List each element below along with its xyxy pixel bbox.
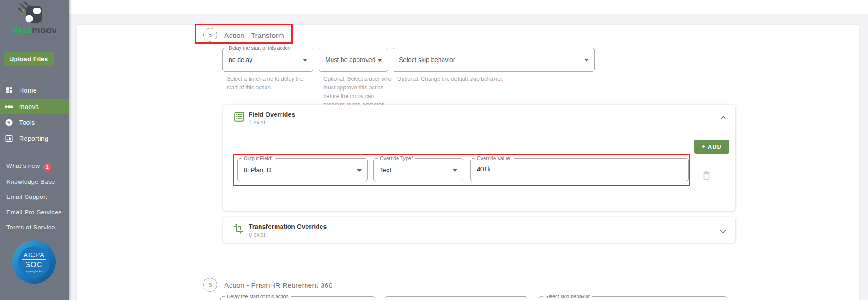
skip-behavior-select[interactable]: Select skip behavior: [393, 48, 595, 72]
approver-helper-text: Optional: Select a user who must approve…: [323, 75, 395, 109]
sidebar-link-knowledge-base[interactable]: Knowledge Base: [6, 178, 55, 185]
top-bar: TV: [69, 0, 868, 14]
soc-url-label: aicpa.org/soc4so: [26, 270, 43, 273]
sidebar-link-email-support[interactable]: Email Support: [6, 193, 47, 200]
sidebar-link-terms-of-service[interactable]: Terms of Service: [6, 224, 55, 231]
sidebar-item-label: Home: [19, 87, 37, 94]
sidebar-item-tools[interactable]: Tools: [0, 115, 69, 129]
step6-number: 6: [209, 281, 212, 289]
output-field-label: Output Field*: [242, 155, 275, 161]
whats-new-count-badge: 1: [43, 163, 51, 171]
home-dashboard-icon: [5, 86, 13, 94]
aicpa-soc-badge: AICPA SOC aicpa.org/soc4so: [12, 240, 56, 284]
add-override-button[interactable]: + ADD: [694, 140, 729, 154]
sidebar-item-reporting[interactable]: Reporting: [0, 131, 69, 145]
soc-label: SOC: [25, 261, 43, 269]
dropdown-arrow-icon: [584, 59, 589, 62]
output-field-value: 8: Plan ID: [244, 166, 271, 174]
override-value-field: Override Value*: [470, 158, 689, 181]
dropdown-arrow-icon: [378, 59, 382, 62]
skip-behavior-select-value: Select skip behavior: [399, 56, 455, 63]
step6-approver-select[interactable]: [385, 296, 527, 300]
dropdown-arrow-icon: [303, 59, 307, 62]
step5-number: 5: [209, 31, 212, 39]
aicpa-soc-badge-inner: AICPA SOC aicpa.org/soc4so: [18, 246, 50, 278]
step6-skip-label: Select skip behavior: [543, 294, 592, 299]
sidebar-link-whats-new[interactable]: What's new1: [6, 162, 51, 171]
transformation-overrides-card: Transformation Overrides 0 exist: [223, 217, 735, 243]
logo-text: detamoov: [0, 25, 69, 36]
sidebar-item-moovs[interactable]: moovs: [0, 99, 69, 114]
step6-skip-select[interactable]: Select skip behavior: [539, 296, 727, 300]
skip-helper-text: Optional: Change the default skip behavi…: [397, 75, 588, 83]
tools-wrench-icon: [5, 118, 13, 127]
output-field-select[interactable]: Output Field* 8: Plan ID: [237, 158, 368, 181]
sidebar-item-label: Tools: [19, 119, 35, 126]
override-value-label: Override Value*: [475, 155, 514, 161]
sidebar-item-label: moovs: [19, 103, 39, 110]
logo-mark-icon: [15, 1, 44, 25]
transformation-overrides-count: 0 exist: [249, 232, 265, 238]
upload-files-button[interactable]: Upload Files: [4, 52, 54, 66]
approver-select-value: Must be approved ...: [325, 56, 383, 63]
list-icon: [233, 111, 245, 123]
sidebar-link-email-pro-services[interactable]: Email Pro Services: [6, 209, 61, 216]
delay-helper-text: Select a timeframe to delay the start of…: [227, 75, 308, 92]
moovs-dots-icon: [5, 102, 13, 111]
step5-title: Action - Transform: [224, 31, 284, 40]
expand-chevron-down-icon[interactable]: [720, 227, 726, 235]
delay-select-label: Delay the start of this action: [227, 45, 292, 51]
approver-select[interactable]: Must be approved ...: [319, 48, 388, 72]
dropdown-arrow-icon: [453, 169, 457, 172]
step5-number-badge: 5: [203, 28, 217, 42]
sidebar-link-label: What's new: [6, 162, 40, 169]
override-type-value: Text: [380, 166, 391, 174]
delay-select[interactable]: Delay the start of this action no delay: [222, 48, 313, 72]
transformation-overrides-title: Transformation Overrides: [249, 223, 327, 230]
step6-title: Action - PrismHR Retirement 360: [224, 281, 332, 290]
logo-text-gray: moov: [32, 25, 57, 35]
sidebar: detamoov Upload Files Home moovs Tools: [0, 0, 69, 300]
delete-override-trash-icon[interactable]: [703, 171, 710, 182]
transform-icon: [233, 223, 245, 235]
sidebar-item-home[interactable]: Home: [0, 83, 69, 97]
step6-delay-label: Delay the start of this action: [225, 294, 291, 299]
override-type-label: Override Type*: [378, 155, 415, 161]
field-overrides-count: 1 exist: [249, 119, 265, 126]
override-value-input[interactable]: [477, 166, 651, 173]
override-type-select[interactable]: Override Type* Text: [373, 158, 463, 181]
aicpa-label: AICPA: [22, 251, 46, 260]
dropdown-arrow-icon: [357, 169, 362, 172]
sidebar-item-label: Reporting: [19, 135, 48, 142]
logo-text-green: deta: [12, 25, 32, 35]
step6-delay-select[interactable]: Delay the start of this action: [220, 296, 375, 300]
step6-number-badge: 6: [203, 278, 217, 292]
collapse-chevron-up-icon[interactable]: [720, 114, 726, 122]
reporting-chart-icon: [5, 134, 13, 143]
delay-select-value: no delay: [229, 56, 252, 63]
field-overrides-title: Field Overrides: [249, 111, 295, 118]
